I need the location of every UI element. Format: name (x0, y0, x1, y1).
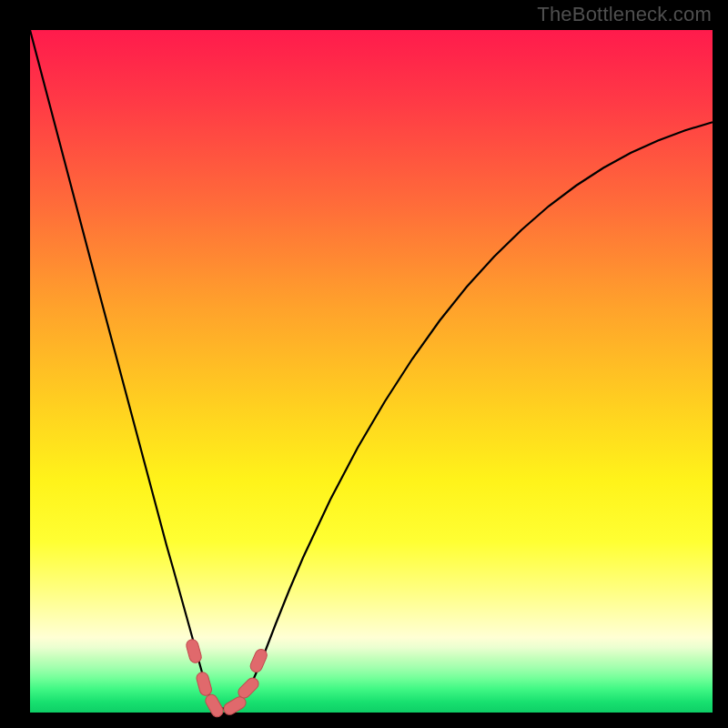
chart-frame: TheBottleneck.com (0, 0, 728, 728)
watermark-text: TheBottleneck.com (537, 3, 712, 26)
gradient-background (30, 30, 713, 713)
plot-area (30, 30, 713, 713)
chart-svg (30, 30, 713, 713)
